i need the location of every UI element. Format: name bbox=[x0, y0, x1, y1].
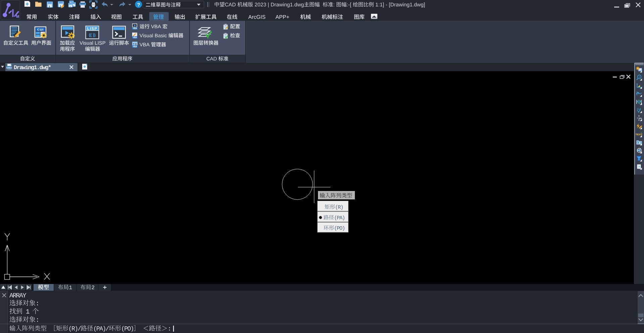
svg-text:LISP: LISP bbox=[87, 27, 97, 31]
svg-text:1: 1 bbox=[639, 76, 640, 79]
svg-text:A-A: A-A bbox=[639, 117, 642, 120]
svg-text:VBA: VBA bbox=[132, 45, 137, 48]
svg-text:M: M bbox=[16, 14, 19, 18]
svg-text:?: ? bbox=[638, 165, 640, 169]
svg-text:VBA: VBA bbox=[132, 27, 137, 30]
svg-text:TEXT: TEXT bbox=[635, 133, 642, 136]
svg-text:CUI: CUI bbox=[37, 28, 44, 31]
svg-text:(( )): (( )) bbox=[89, 33, 95, 37]
svg-text:DWG: DWG bbox=[6, 66, 12, 69]
svg-text:VBA: VBA bbox=[132, 36, 137, 39]
svg-text:?: ? bbox=[137, 2, 140, 7]
